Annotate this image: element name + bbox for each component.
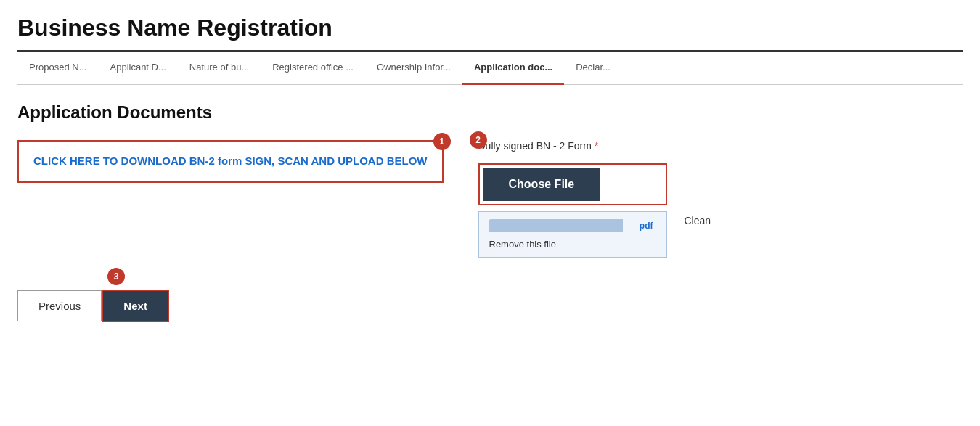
form-row: CLICK HERE TO DOWNLOAD BN-2 form SIGN, S… [17,140,963,258]
tab-nature-of-business[interactable]: Nature of bu... [178,52,261,85]
tab-declaration[interactable]: Declar... [564,52,622,85]
step3-badge: 3 [107,268,125,285]
tab-proposed-name[interactable]: Proposed N... [17,52,99,85]
next-button[interactable]: Next [102,290,169,322]
section-title: Application Documents [17,102,963,123]
step2-badge: 2 [470,131,487,149]
upload-label: Dully signed BN - 2 Form* [478,140,711,152]
download-box: CLICK HERE TO DOWNLOAD BN-2 form SIGN, S… [17,140,444,183]
choose-file-box: Choose File [478,163,667,205]
choose-file-button[interactable]: Choose File [483,168,601,201]
remove-file-link[interactable]: Remove this file [489,239,556,250]
download-bn2-link[interactable]: CLICK HERE TO DOWNLOAD BN-2 form SIGN, S… [33,153,428,170]
tab-registered-office[interactable]: Registered office ... [261,52,365,85]
step1-badge: 1 [433,133,451,150]
tabs-nav: Proposed N... Applicant D... Nature of b… [17,52,963,85]
required-indicator: * [595,140,598,152]
tab-ownership-info[interactable]: Ownership Infor... [365,52,462,85]
page-title: Business Name Registration [17,0,963,52]
tab-applicant-details[interactable]: Applicant D... [99,52,178,85]
content-area: Application Documents CLICK HERE TO DOWN… [17,85,963,354]
file-name-bar: pdf [489,219,656,232]
previous-button[interactable]: Previous [17,290,102,321]
footer-buttons: Previous Next 3 [17,275,963,337]
file-extension: pdf [640,221,653,231]
upload-section: 2 Dully signed BN - 2 Form* Choose File … [478,140,711,258]
file-preview: pdf Remove this file [478,211,667,258]
tab-application-docs[interactable]: Application doc... [462,52,564,85]
clean-label: Clean [685,215,711,226]
